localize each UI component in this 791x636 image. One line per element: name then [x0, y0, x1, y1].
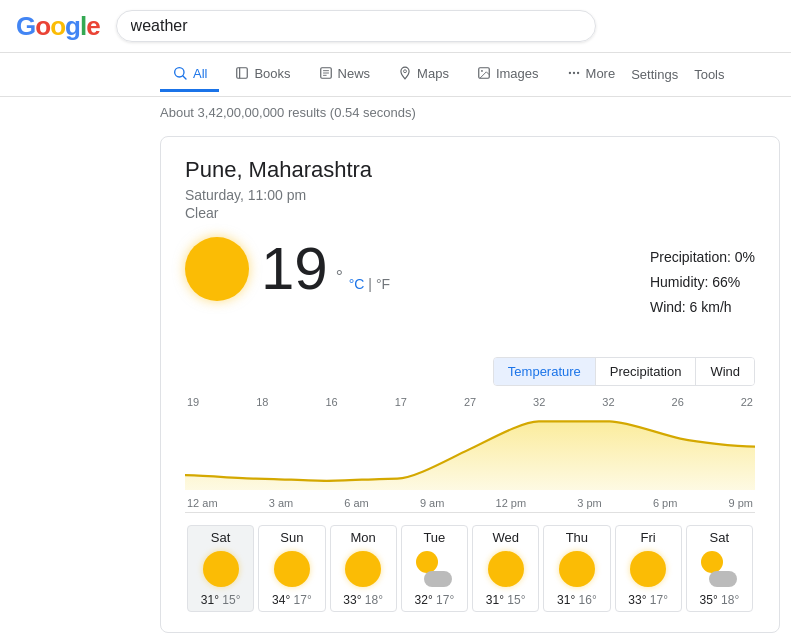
weather-sun-icon	[185, 237, 249, 301]
weather-main: 19 ° °C | °F Precipitation: 0% Humidity:…	[185, 237, 755, 321]
chart-btn-temperature[interactable]: Temperature	[494, 358, 596, 385]
google-logo: Google	[16, 11, 100, 42]
chart-btn-wind[interactable]: Wind	[696, 358, 754, 385]
temp-unit: °	[336, 267, 343, 287]
forecast-temps: 33° 17°	[618, 593, 679, 607]
svg-line-3	[183, 76, 186, 79]
maps-icon	[398, 66, 412, 80]
precipitation-info: Precipitation: 0%	[650, 245, 755, 270]
forecast-day-name: Mon	[333, 530, 394, 545]
forecast-temps: 31° 16°	[546, 593, 607, 607]
svg-point-13	[568, 72, 570, 74]
forecast-day-name: Sun	[261, 530, 322, 545]
tab-news[interactable]: News	[307, 58, 383, 92]
forecast-day-name: Wed	[475, 530, 536, 545]
forecast-day-sun[interactable]: Sun 34° 17°	[258, 525, 325, 612]
temperature-chart: 19 18 16 17 27 32 32 26 22 12 am	[185, 396, 755, 496]
chart-btn-precipitation[interactable]: Precipitation	[596, 358, 697, 385]
forecast-temps: 35° 18°	[689, 593, 750, 607]
chart-labels-bottom: 12 am 3 am 6 am 9 am 12 pm 3 pm 6 pm 9 p…	[185, 497, 755, 509]
humidity-info: Humidity: 66%	[650, 270, 755, 295]
celsius-toggle[interactable]: °C	[349, 276, 365, 292]
tab-images[interactable]: Images	[465, 58, 551, 92]
forecast-temps: 31° 15°	[475, 593, 536, 607]
results-count: About 3,42,00,00,000 results (0.54 secon…	[0, 97, 791, 128]
chart-svg	[185, 410, 755, 490]
weather-left: 19 ° °C | °F	[185, 237, 630, 301]
forecast-day-mon[interactable]: Mon 33° 18°	[330, 525, 397, 612]
svg-rect-4	[237, 68, 248, 79]
forecast-day-wed[interactable]: Wed 31° 15°	[472, 525, 539, 612]
tab-more[interactable]: More	[555, 58, 628, 92]
search-input[interactable]	[131, 17, 563, 35]
forecast-icon-sun	[274, 551, 310, 587]
images-icon	[477, 66, 491, 80]
forecast-icon-sun	[559, 551, 595, 587]
weather-condition: Clear	[185, 205, 755, 221]
forecast-temps: 33° 18°	[333, 593, 394, 607]
tab-books[interactable]: Books	[223, 58, 302, 92]
forecast-icon-sun	[630, 551, 666, 587]
forecast-day-tue[interactable]: Tue 32° 17°	[401, 525, 468, 612]
forecast-icon-sun	[203, 551, 239, 587]
nav-tabs: All Books News Maps Images	[0, 53, 791, 97]
nav-settings: Settings Tools	[631, 67, 724, 82]
chart-buttons: Temperature Precipitation Wind	[493, 357, 755, 386]
books-icon	[235, 66, 249, 80]
forecast-day-sat2[interactable]: Sat 35° 18°	[686, 525, 753, 612]
svg-point-10	[404, 70, 407, 73]
news-icon	[319, 66, 333, 80]
wind-info: Wind: 6 km/h	[650, 295, 755, 320]
forecast-day-name: Tue	[404, 530, 465, 545]
forecast-day-name: Fri	[618, 530, 679, 545]
temp-unit-toggle: °C | °F	[349, 276, 390, 292]
forecast-day-name: Sat	[190, 530, 251, 545]
forecast-day-fri[interactable]: Fri 33° 17°	[615, 525, 682, 612]
weather-right: Precipitation: 0% Humidity: 66% Wind: 6 …	[650, 245, 755, 321]
search-icons	[571, 18, 581, 34]
forecast-day-thu[interactable]: Thu 31° 16°	[543, 525, 610, 612]
forecast-row: Sat 31° 15° Sun 34° 17° Mon 33° 18°	[185, 512, 755, 612]
tab-all[interactable]: All	[160, 57, 219, 92]
settings-link[interactable]: Settings	[631, 67, 678, 82]
all-icon	[172, 65, 188, 81]
svg-point-14	[572, 72, 574, 74]
forecast-day-sat1[interactable]: Sat 31° 15°	[187, 525, 254, 612]
tab-maps[interactable]: Maps	[386, 58, 461, 92]
search-bar	[116, 10, 596, 42]
forecast-temps: 32° 17°	[404, 593, 465, 607]
fahrenheit-toggle[interactable]: °F	[376, 276, 390, 292]
tools-link[interactable]: Tools	[694, 67, 724, 82]
weather-location: Pune, Maharashtra	[185, 157, 755, 183]
forecast-icon-sun	[345, 551, 381, 587]
forecast-icon-sun	[488, 551, 524, 587]
forecast-day-name: Sat	[689, 530, 750, 545]
weather-card: Pune, Maharashtra Saturday, 11:00 pm Cle…	[160, 136, 780, 633]
header: Google	[0, 0, 791, 53]
more-icon	[567, 66, 581, 80]
temperature-display: 19 ° °C | °F	[261, 239, 390, 299]
forecast-day-name: Thu	[546, 530, 607, 545]
forecast-temps: 34° 17°	[261, 593, 322, 607]
weather-datetime: Saturday, 11:00 pm	[185, 187, 755, 203]
forecast-temps: 31° 15°	[190, 593, 251, 607]
svg-point-15	[576, 72, 578, 74]
forecast-icon-sun-cloud	[416, 551, 452, 587]
temp-value: 19	[261, 235, 328, 302]
forecast-icon-sun-cloud2	[701, 551, 737, 587]
svg-point-12	[481, 70, 483, 72]
chart-labels-top: 19 18 16 17 27 32 32 26 22	[185, 396, 755, 408]
